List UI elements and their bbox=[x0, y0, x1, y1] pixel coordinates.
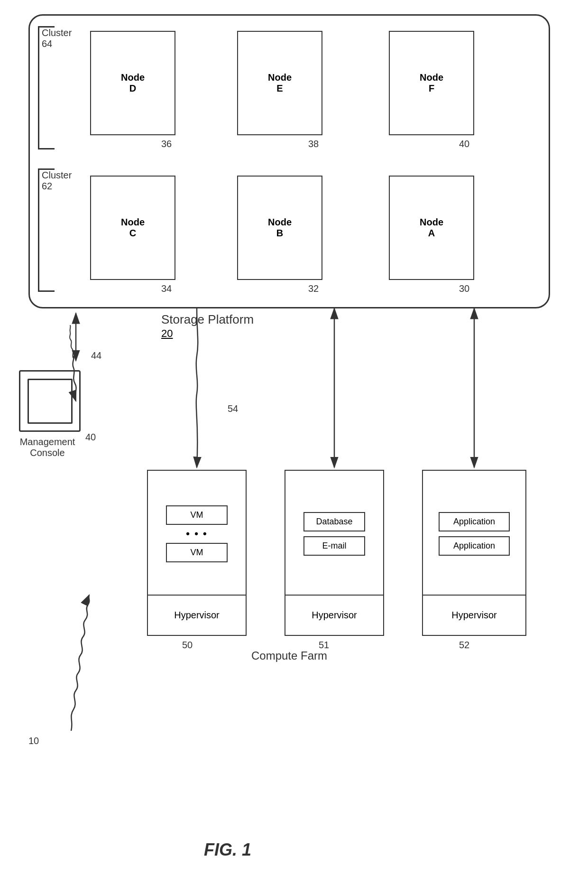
node-e-ref: 38 bbox=[308, 139, 319, 149]
storage-platform-ref: 20 bbox=[161, 327, 173, 340]
node-b-box: Node B bbox=[237, 176, 322, 280]
connection-ref-54: 54 bbox=[228, 403, 238, 414]
compute-server-50: VM • • • VM Hypervisor bbox=[147, 470, 247, 636]
compute-server-51-top: Database E-mail bbox=[285, 471, 383, 596]
compute-server-51: Database E-mail Hypervisor bbox=[285, 470, 384, 636]
dots-separator: • • • bbox=[186, 528, 207, 540]
compute-server-50-top: VM • • • VM bbox=[148, 471, 246, 596]
compute-server-52-top: Application Application bbox=[423, 471, 525, 596]
storage-platform-label: Storage Platform bbox=[161, 312, 254, 327]
vm-box-1: VM bbox=[166, 505, 228, 525]
node-f-box: Node F bbox=[389, 31, 474, 135]
node-d-box: Node D bbox=[90, 31, 175, 135]
node-c-box: Node C bbox=[90, 176, 175, 280]
vm-box-2: VM bbox=[166, 543, 228, 562]
mgmt-console-label: ManagementConsole bbox=[7, 437, 88, 458]
email-box: E-mail bbox=[303, 536, 365, 556]
hypervisor-50-label: Hypervisor bbox=[148, 595, 246, 635]
compute-50-ref: 50 bbox=[182, 640, 193, 651]
node-e-box: Node E bbox=[237, 31, 322, 135]
node-a-ref: 30 bbox=[459, 283, 469, 294]
node-d-ref: 36 bbox=[161, 139, 172, 149]
cluster64-label: Cluster 64 bbox=[42, 28, 72, 49]
node-b-ref: 32 bbox=[308, 283, 319, 294]
application-box-1: Application bbox=[439, 512, 510, 531]
application-box-2: Application bbox=[439, 536, 510, 556]
compute-farm-label: Compute Farm bbox=[251, 649, 327, 662]
compute-server-52: Application Application Hypervisor bbox=[422, 470, 526, 636]
fig-label: FIG. 1 bbox=[204, 840, 251, 860]
cluster62-label: Cluster 62 bbox=[42, 170, 72, 192]
mgmt-console-inner-box bbox=[28, 379, 73, 424]
arrow44-ref: 44 bbox=[91, 350, 101, 361]
fig-ref: 10 bbox=[28, 736, 39, 746]
diagram: Storage Platform 20 Cluster 64 Cluster 6… bbox=[0, 0, 588, 876]
hypervisor-51-label: Hypervisor bbox=[285, 595, 383, 635]
hypervisor-52-label: Hypervisor bbox=[423, 595, 525, 635]
compute-52-ref: 52 bbox=[459, 640, 469, 651]
mgmt-console-outer-box bbox=[19, 370, 81, 432]
node-c-ref: 34 bbox=[161, 283, 172, 294]
mgmt-console-ref: 40 bbox=[85, 432, 96, 443]
node-a-box: Node A bbox=[389, 176, 474, 280]
node-f-ref: 40 bbox=[459, 139, 469, 149]
database-box: Database bbox=[303, 512, 365, 531]
